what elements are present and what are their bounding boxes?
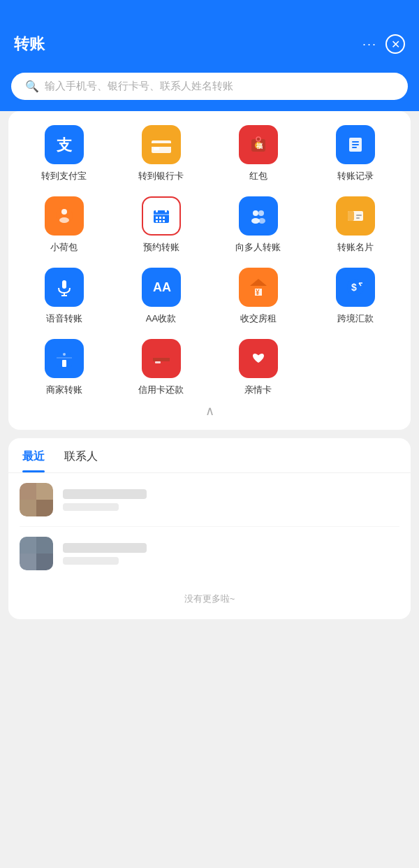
card-icon [336,196,375,236]
record-icon [336,125,375,164]
svg-rect-9 [352,141,359,143]
contact-item-2[interactable] [20,527,399,580]
grid-item-cross[interactable]: $ 跨境汇款 [307,268,404,325]
record-label: 转账记录 [337,170,374,182]
svg-rect-46 [57,357,72,359]
grid-item-family[interactable]: 亲情卡 [210,339,307,396]
collapse-button[interactable]: ∧ [205,403,214,419]
avatar-2 [20,537,53,570]
grid-item-redpacket[interactable]: 福 红包 [210,125,307,182]
contact-name-blur-2 [63,543,147,553]
svg-rect-32 [356,217,360,219]
contact-sub-blur-1 [63,503,119,511]
grid-item-merchant[interactable]: 商家转账 [15,339,112,396]
contact-info-2 [63,543,399,565]
svg-rect-20 [159,217,161,219]
svg-rect-55 [36,483,53,500]
family-label: 亲情卡 [244,384,272,396]
svg-rect-44 [62,360,66,367]
grid-item-aa[interactable]: AA AA收款 [112,268,210,325]
svg-rect-58 [36,554,53,570]
card-label: 转账名片 [337,241,374,254]
group-icon [239,196,278,236]
svg-rect-48 [153,358,170,361]
svg-text:支: 支 [56,136,73,154]
credit-label: 信用卡还款 [138,384,184,396]
credit-icon [142,339,181,378]
family-icon [239,339,278,378]
page-title: 转账 [14,34,45,55]
voice-label: 语音转账 [46,312,82,325]
tab-contacts[interactable]: 联系人 [64,449,98,472]
bank-label: 转到银行卡 [138,170,184,182]
svg-text:AA: AA [153,280,171,294]
grid-item-wallet[interactable]: 小荷包 [15,196,112,254]
svg-rect-17 [156,209,158,212]
svg-rect-2 [152,143,171,147]
collapse-row: ∧ [15,403,404,419]
grid-section: 支 转到支付宝 转到银行卡 福 [8,111,411,430]
svg-rect-53 [36,500,53,516]
svg-rect-22 [156,220,158,222]
wallet-icon [45,196,84,236]
grid-item-voice[interactable]: 语音转账 [15,268,112,325]
tabs-header: 最近 联系人 [8,438,411,473]
svg-rect-33 [62,280,66,289]
svg-point-7 [256,137,260,141]
cross-label: 跨境汇款 [337,312,374,325]
rent-icon: ¥ [239,268,278,307]
svg-rect-52 [20,483,36,500]
schedule-icon [142,196,181,236]
svg-text:$: $ [351,282,357,293]
grid-item-card[interactable]: 转账名片 [307,196,404,254]
tabs-section: 最近 联系人 [8,438,411,619]
bank-icon [142,125,181,164]
svg-rect-23 [159,220,161,222]
svg-rect-30 [348,211,354,221]
svg-rect-54 [20,500,36,516]
merchant-label: 商家转账 [46,384,82,396]
svg-rect-16 [154,214,169,215]
grid-item-bank[interactable]: 转到银行卡 [112,125,210,182]
contact-list [8,473,411,580]
no-more-text: 没有更多啦~ [8,580,411,619]
search-icon: 🔍 [25,80,39,93]
search-bar[interactable]: 🔍 输入手机号、银行卡号、联系人姓名转账 [11,73,408,100]
svg-point-13 [61,209,67,215]
grid-item-group[interactable]: 向多人转账 [210,196,307,254]
more-button[interactable]: ··· [362,37,377,52]
svg-rect-19 [156,217,158,219]
avatar-1 [20,483,53,516]
search-wrap: 🔍 输入手机号、银行卡号、联系人姓名转账 [0,66,419,111]
grid-item-rent[interactable]: ¥ 收交房租 [210,268,307,325]
tab-recent[interactable]: 最近 [22,449,45,472]
close-button[interactable]: ✕ [385,34,405,54]
merchant-icon [45,339,84,378]
header: 转账 ··· ✕ [0,0,419,66]
alipay-icon: 支 [45,125,84,164]
svg-point-45 [63,353,66,356]
redpacket-icon: 福 [239,125,278,164]
search-placeholder: 输入手机号、银行卡号、联系人姓名转账 [45,80,233,93]
rent-label: 收交房租 [240,312,277,325]
svg-rect-18 [165,209,167,212]
group-label: 向多人转账 [235,241,281,254]
contact-item-1[interactable] [20,473,399,527]
svg-rect-11 [352,147,357,148]
svg-rect-3 [154,147,159,150]
alipay-label: 转到支付宝 [41,170,87,182]
svg-point-14 [59,217,69,223]
svg-text:福: 福 [256,143,263,150]
grid-item-record[interactable]: 转账记录 [307,125,404,182]
svg-rect-60 [36,537,53,554]
svg-rect-49 [155,361,161,363]
grid-item-schedule[interactable]: 预约转账 [112,196,210,254]
svg-point-25 [253,210,258,216]
grid-item-credit[interactable]: 信用卡还款 [112,339,210,396]
svg-rect-59 [20,554,36,570]
grid-item-alipay[interactable]: 支 转到支付宝 [15,125,112,182]
contact-info-1 [63,489,399,511]
voice-icon [45,268,84,307]
cross-icon: $ [336,268,375,307]
svg-point-28 [258,218,265,224]
